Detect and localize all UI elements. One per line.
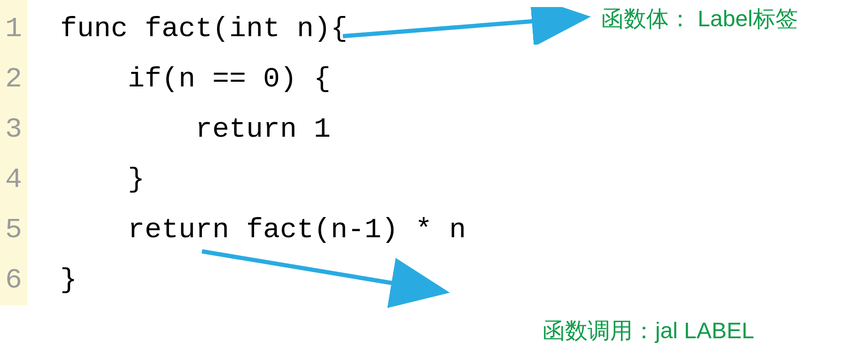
line-number: 5 <box>0 205 27 255</box>
line-number: 3 <box>0 104 27 155</box>
line-number: 2 <box>0 54 27 104</box>
line-number-gutter: 1 2 3 4 5 6 <box>0 0 27 305</box>
svg-line-3 <box>202 251 442 291</box>
svg-line-1 <box>343 17 582 36</box>
line-number: 1 <box>0 4 27 54</box>
code-line: return 1 <box>60 104 466 155</box>
code-line: if(n == 0) { <box>60 54 466 104</box>
line-number: 6 <box>0 255 27 305</box>
line-number: 4 <box>0 155 27 205</box>
arrow-to-function-call <box>197 244 460 310</box>
annotation-function-body: 函数体： Label标签 <box>601 4 798 34</box>
code-line: } <box>60 155 466 205</box>
annotation-function-call: 函数调用：jal LABEL <box>542 316 754 346</box>
arrow-to-function-body <box>338 7 601 45</box>
